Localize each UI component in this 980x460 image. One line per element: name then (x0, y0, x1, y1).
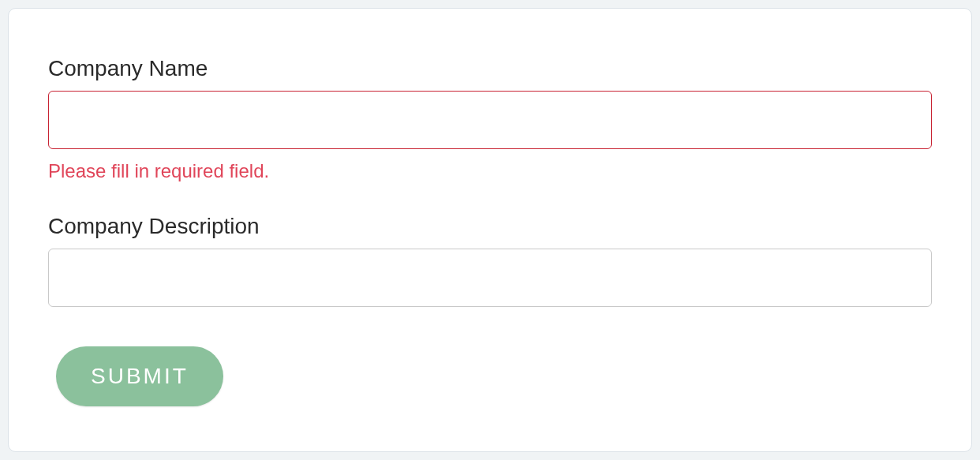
company-name-label: Company Name (48, 56, 932, 81)
company-name-error: Please fill in required field. (48, 160, 932, 182)
company-name-group: Company Name Please fill in required fie… (48, 56, 932, 182)
company-description-group: Company Description (48, 214, 932, 307)
submit-button[interactable]: SUBMIT (56, 346, 223, 406)
company-name-input[interactable] (48, 91, 932, 149)
company-description-input[interactable] (48, 249, 932, 307)
company-description-label: Company Description (48, 214, 932, 239)
form-card: Company Name Please fill in required fie… (8, 8, 972, 452)
